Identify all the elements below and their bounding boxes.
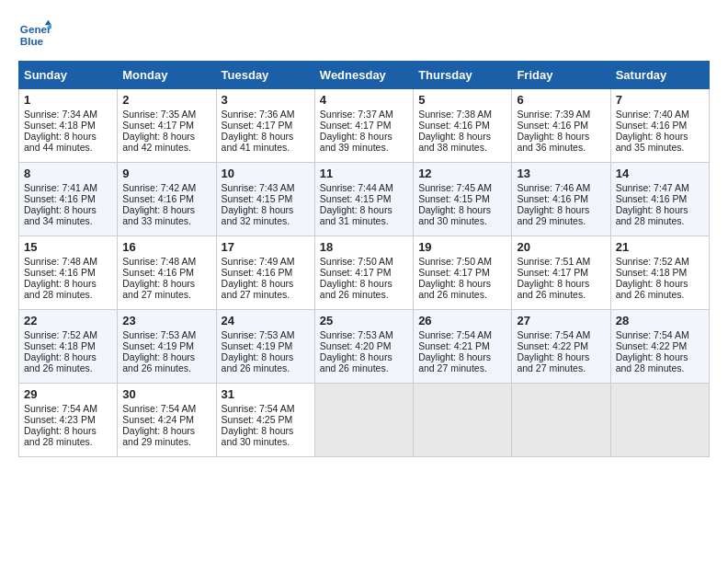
- sunrise-text: Sunrise: 7:53 AM: [122, 329, 196, 340]
- sunset-text: Sunset: 4:19 PM: [122, 340, 194, 351]
- sunset-text: Sunset: 4:21 PM: [418, 340, 490, 351]
- day-number: 15: [24, 240, 112, 254]
- sunrise-text: Sunrise: 7:38 AM: [418, 109, 492, 120]
- daylight-text: Daylight: 8 hours and 27 minutes.: [418, 351, 491, 373]
- daylight-text: Daylight: 8 hours and 29 minutes.: [122, 425, 195, 447]
- daylight-text: Daylight: 8 hours and 26 minutes.: [616, 278, 688, 300]
- calendar-cell: 27Sunrise: 7:54 AMSunset: 4:22 PMDayligh…: [512, 310, 610, 384]
- sunrise-text: Sunrise: 7:50 AM: [320, 256, 393, 267]
- day-number: 12: [418, 167, 506, 180]
- sunrise-text: Sunrise: 7:43 AM: [222, 182, 295, 193]
- sunrise-text: Sunrise: 7:53 AM: [320, 329, 393, 340]
- sunrise-text: Sunrise: 7:36 AM: [222, 109, 295, 120]
- calendar-week-row: 1Sunrise: 7:34 AMSunset: 4:18 PMDaylight…: [19, 89, 710, 163]
- sunrise-text: Sunrise: 7:54 AM: [122, 403, 196, 414]
- sunrise-text: Sunrise: 7:44 AM: [320, 182, 393, 193]
- daylight-text: Daylight: 8 hours and 28 minutes.: [24, 278, 97, 300]
- sunset-text: Sunset: 4:18 PM: [24, 340, 96, 351]
- sunrise-text: Sunrise: 7:45 AM: [418, 182, 492, 193]
- day-number: 5: [418, 93, 506, 107]
- calendar-week-row: 15Sunrise: 7:48 AMSunset: 4:16 PMDayligh…: [19, 236, 710, 310]
- sunset-text: Sunset: 4:16 PM: [24, 193, 96, 204]
- day-number: 11: [320, 167, 408, 180]
- day-number: 26: [418, 314, 506, 327]
- calendar-cell: [414, 384, 512, 457]
- svg-text:Blue: Blue: [20, 35, 44, 47]
- calendar-cell: 9Sunrise: 7:42 AMSunset: 4:16 PMDaylight…: [118, 163, 216, 236]
- calendar-cell: 17Sunrise: 7:49 AMSunset: 4:16 PMDayligh…: [216, 236, 314, 310]
- day-number: 2: [122, 93, 210, 107]
- sunrise-text: Sunrise: 7:51 AM: [517, 256, 590, 267]
- sunrise-text: Sunrise: 7:48 AM: [122, 256, 196, 267]
- calendar-cell: 14Sunrise: 7:47 AMSunset: 4:16 PMDayligh…: [610, 163, 709, 236]
- daylight-text: Daylight: 8 hours and 26 minutes.: [320, 278, 392, 300]
- header-wednesday: Wednesday: [314, 62, 413, 89]
- sunset-text: Sunset: 4:17 PM: [418, 267, 490, 278]
- daylight-text: Daylight: 8 hours and 26 minutes.: [122, 351, 195, 373]
- sunset-text: Sunset: 4:17 PM: [320, 267, 392, 278]
- daylight-text: Daylight: 8 hours and 33 minutes.: [122, 204, 195, 226]
- header-thursday: Thursday: [414, 62, 512, 89]
- sunset-text: Sunset: 4:20 PM: [320, 340, 392, 351]
- calendar-cell: 4Sunrise: 7:37 AMSunset: 4:17 PMDaylight…: [314, 89, 413, 163]
- daylight-text: Daylight: 8 hours and 31 minutes.: [320, 204, 392, 226]
- daylight-text: Daylight: 8 hours and 44 minutes.: [24, 131, 97, 153]
- day-number: 19: [418, 240, 506, 254]
- sunset-text: Sunset: 4:17 PM: [320, 120, 392, 131]
- sunrise-text: Sunrise: 7:41 AM: [24, 182, 97, 193]
- sunrise-text: Sunrise: 7:52 AM: [24, 329, 97, 340]
- daylight-text: Daylight: 8 hours and 26 minutes.: [517, 278, 589, 300]
- calendar-cell: 6Sunrise: 7:39 AMSunset: 4:16 PMDaylight…: [512, 89, 610, 163]
- daylight-text: Daylight: 8 hours and 34 minutes.: [24, 204, 97, 226]
- calendar-cell: 10Sunrise: 7:43 AMSunset: 4:15 PMDayligh…: [216, 163, 314, 236]
- daylight-text: Daylight: 8 hours and 35 minutes.: [616, 131, 688, 153]
- sunset-text: Sunset: 4:15 PM: [418, 193, 490, 204]
- daylight-text: Daylight: 8 hours and 26 minutes.: [222, 351, 294, 373]
- sunrise-text: Sunrise: 7:34 AM: [24, 109, 97, 120]
- calendar-cell: 7Sunrise: 7:40 AMSunset: 4:16 PMDaylight…: [610, 89, 709, 163]
- daylight-text: Daylight: 8 hours and 28 minutes.: [616, 351, 688, 373]
- day-number: 16: [122, 240, 210, 254]
- calendar-cell: 1Sunrise: 7:34 AMSunset: 4:18 PMDaylight…: [19, 89, 118, 163]
- calendar-table: SundayMondayTuesdayWednesdayThursdayFrid…: [18, 61, 710, 457]
- day-number: 31: [222, 387, 310, 401]
- sunset-text: Sunset: 4:16 PM: [616, 120, 688, 131]
- calendar-cell: [610, 384, 709, 457]
- day-number: 21: [616, 240, 704, 254]
- day-number: 6: [517, 93, 605, 107]
- sunset-text: Sunset: 4:24 PM: [122, 414, 194, 425]
- daylight-text: Daylight: 8 hours and 39 minutes.: [320, 131, 392, 153]
- sunrise-text: Sunrise: 7:40 AM: [616, 109, 689, 120]
- sunset-text: Sunset: 4:15 PM: [222, 193, 293, 204]
- header-tuesday: Tuesday: [216, 62, 314, 89]
- calendar-cell: [314, 384, 413, 457]
- daylight-text: Daylight: 8 hours and 38 minutes.: [418, 131, 491, 153]
- sunset-text: Sunset: 4:16 PM: [517, 120, 588, 131]
- sunrise-text: Sunrise: 7:47 AM: [616, 182, 689, 193]
- sunset-text: Sunset: 4:16 PM: [616, 193, 688, 204]
- daylight-text: Daylight: 8 hours and 27 minutes.: [517, 351, 589, 373]
- calendar-cell: 5Sunrise: 7:38 AMSunset: 4:16 PMDaylight…: [414, 89, 512, 163]
- daylight-text: Daylight: 8 hours and 28 minutes.: [616, 204, 688, 226]
- sunset-text: Sunset: 4:16 PM: [517, 193, 588, 204]
- daylight-text: Daylight: 8 hours and 27 minutes.: [222, 278, 294, 300]
- day-number: 25: [320, 314, 408, 327]
- header-saturday: Saturday: [610, 62, 709, 89]
- calendar-week-row: 29Sunrise: 7:54 AMSunset: 4:23 PMDayligh…: [19, 384, 710, 457]
- sunset-text: Sunset: 4:15 PM: [320, 193, 392, 204]
- sunset-text: Sunset: 4:22 PM: [616, 340, 688, 351]
- day-number: 24: [222, 314, 310, 327]
- sunset-text: Sunset: 4:17 PM: [222, 120, 293, 131]
- calendar-cell: 20Sunrise: 7:51 AMSunset: 4:17 PMDayligh…: [512, 236, 610, 310]
- calendar-cell: 28Sunrise: 7:54 AMSunset: 4:22 PMDayligh…: [610, 310, 709, 384]
- sunset-text: Sunset: 4:17 PM: [122, 120, 194, 131]
- sunrise-text: Sunrise: 7:46 AM: [517, 182, 590, 193]
- day-number: 28: [616, 314, 704, 327]
- calendar-cell: 24Sunrise: 7:53 AMSunset: 4:19 PMDayligh…: [216, 310, 314, 384]
- sunset-text: Sunset: 4:18 PM: [616, 267, 688, 278]
- day-number: 22: [24, 314, 112, 327]
- calendar-cell: 18Sunrise: 7:50 AMSunset: 4:17 PMDayligh…: [314, 236, 413, 310]
- day-number: 18: [320, 240, 408, 254]
- sunrise-text: Sunrise: 7:42 AM: [122, 182, 196, 193]
- sunset-text: Sunset: 4:16 PM: [122, 267, 194, 278]
